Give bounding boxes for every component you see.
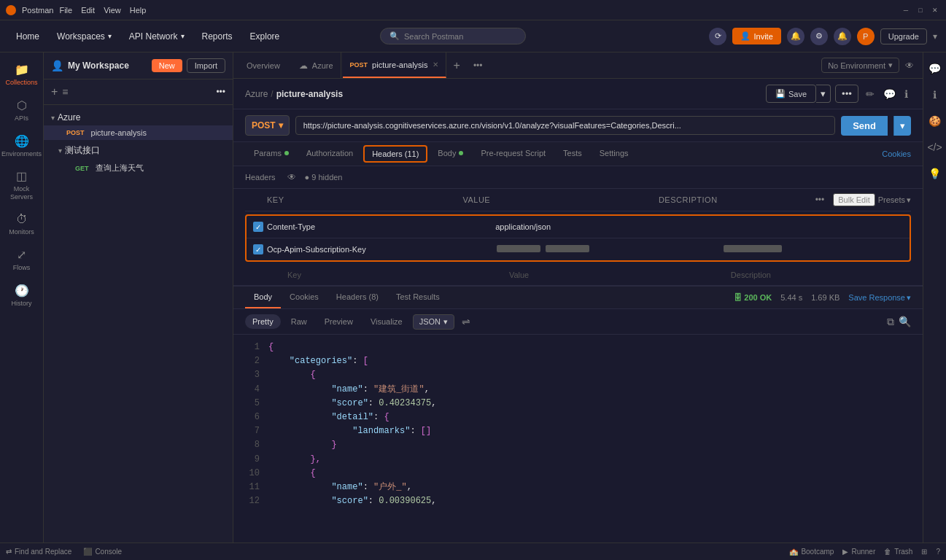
checkbox-content-type[interactable]: ✓ xyxy=(253,222,263,232)
save-button[interactable]: 💾 Save xyxy=(766,85,816,103)
nav-api-network[interactable]: API Network ▾ xyxy=(122,28,192,44)
menu-view[interactable]: View xyxy=(104,6,121,15)
header-value-content-type[interactable]: application/json xyxy=(495,222,724,231)
nav-reports[interactable]: Reports xyxy=(195,28,240,44)
breadcrumb-azure[interactable]: Azure xyxy=(245,89,268,99)
sidebar-item-mock-servers[interactable]: ◫ Mock Servers xyxy=(2,165,42,206)
checkbox-subscription-key[interactable]: ✓ xyxy=(253,244,263,254)
header-key-content-type[interactable]: Content-Type xyxy=(267,222,495,231)
right-cookie-icon[interactable]: 🍪 xyxy=(925,111,945,131)
cookies-link[interactable]: Cookies xyxy=(882,149,911,158)
info-icon[interactable]: ℹ xyxy=(902,85,911,103)
viewer-tab-visualize[interactable]: Visualize xyxy=(363,314,410,329)
api-network-chevron-icon: ▾ xyxy=(181,32,185,40)
req-tab-pre-request[interactable]: Pre-request Script xyxy=(472,143,554,165)
copy-icon[interactable]: ⧉ xyxy=(887,316,894,328)
viewer-tab-preview[interactable]: Preview xyxy=(317,314,360,329)
nav-home[interactable]: Home xyxy=(9,28,47,44)
resp-tab-test-results[interactable]: Test Results xyxy=(387,287,449,308)
trash-button[interactable]: 🗑 Trash xyxy=(884,548,912,556)
add-collection-icon[interactable]: + xyxy=(51,85,58,98)
tab-picture-analysis[interactable]: POST picture-analysis ✕ xyxy=(343,52,446,78)
add-tab-button[interactable]: + xyxy=(448,59,466,72)
minimize-button[interactable]: ─ xyxy=(901,5,911,15)
save-dropdown-button[interactable]: ▾ xyxy=(816,85,831,103)
sidebar-item-monitors[interactable]: ⏱ Monitors xyxy=(2,209,42,241)
more-options-button[interactable]: ••• xyxy=(835,85,858,103)
import-button[interactable]: Import xyxy=(187,58,225,73)
req-tab-tests[interactable]: Tests xyxy=(554,143,591,165)
header-key-subscription[interactable]: Ocp-Apim-Subscription-Key xyxy=(267,245,495,254)
right-info-icon[interactable]: ℹ xyxy=(925,85,945,105)
menu-edit[interactable]: Edit xyxy=(81,6,95,15)
new-button[interactable]: New xyxy=(152,59,182,72)
search-response-icon[interactable]: 🔍 xyxy=(899,316,911,328)
layout-icon[interactable]: ⊞ xyxy=(921,548,927,556)
nav-workspaces[interactable]: Workspaces ▾ xyxy=(50,28,119,44)
sidebar-item-flows[interactable]: ⤢ Flows xyxy=(2,244,42,276)
bulk-edit-button[interactable]: Bulk Edit xyxy=(833,193,875,206)
sub-group-test-header[interactable]: ▾ 测试接口 xyxy=(44,141,233,160)
resp-tab-cookies[interactable]: Cookies xyxy=(281,287,327,308)
resp-tab-body[interactable]: Body xyxy=(245,287,281,308)
req-tab-body[interactable]: Body xyxy=(429,143,472,165)
nav-explore[interactable]: Explore xyxy=(243,28,287,44)
find-replace-button[interactable]: ⇄ Find and Replace xyxy=(6,548,71,556)
menu-file[interactable]: File xyxy=(59,6,72,15)
sidebar-item-collections[interactable]: 📁 Collections xyxy=(2,58,42,91)
presets-button[interactable]: Presets ▾ xyxy=(878,195,911,205)
eye-icon[interactable]: 👁 xyxy=(899,61,920,71)
sidebar-item-environments[interactable]: 🌐 Environments xyxy=(2,130,42,163)
req-tab-settings[interactable]: Settings xyxy=(591,143,637,165)
comment-icon[interactable]: 💬 xyxy=(880,85,899,103)
send-button[interactable]: Send xyxy=(841,116,888,136)
more-options-icon[interactable]: ••• xyxy=(216,87,225,97)
req-tab-params[interactable]: Params xyxy=(245,143,298,165)
method-selector[interactable]: POST ▾ xyxy=(245,115,290,136)
req-tab-headers[interactable]: Headers (11) xyxy=(363,145,427,163)
settings-icon[interactable]: ⚙ xyxy=(810,28,828,45)
req-tab-auth[interactable]: Authorization xyxy=(298,143,362,165)
search-bar[interactable]: 🔍 Search Postman xyxy=(380,28,526,44)
hidden-headers-link[interactable]: ● 9 hidden xyxy=(305,173,343,182)
menu-help[interactable]: Help xyxy=(130,6,147,15)
bootcamp-button[interactable]: 🏫 Bootcamp xyxy=(789,548,834,556)
collection-azure-header[interactable]: ▾ Azure xyxy=(44,109,233,125)
empty-key-placeholder[interactable]: Key xyxy=(265,271,509,279)
url-input[interactable] xyxy=(295,116,836,135)
alert-icon[interactable]: 🔔 xyxy=(834,28,851,45)
right-code-icon[interactable]: </> xyxy=(925,137,945,158)
sort-icon[interactable]: ≡ xyxy=(62,86,68,98)
avatar[interactable]: P xyxy=(857,28,875,45)
right-bulb-icon[interactable]: 💡 xyxy=(925,163,945,184)
viewer-tab-raw[interactable]: Raw xyxy=(284,314,314,329)
sidebar-item-apis[interactable]: ⬡ APIs xyxy=(2,94,42,127)
format-selector[interactable]: JSON ▾ xyxy=(413,314,454,330)
runner-button[interactable]: ▶ Runner xyxy=(842,548,875,556)
maximize-button[interactable]: □ xyxy=(915,5,926,15)
empty-value-placeholder[interactable]: Value xyxy=(509,271,731,279)
close-button[interactable]: ✕ xyxy=(930,5,940,15)
right-comment-icon[interactable]: 💬 xyxy=(925,58,945,79)
environment-selector[interactable]: No Environment ▾ xyxy=(821,58,899,73)
edit-icon[interactable]: ✏ xyxy=(863,85,877,103)
viewer-tab-pretty[interactable]: Pretty xyxy=(245,314,281,329)
sync-icon[interactable]: ⟳ xyxy=(709,28,726,45)
save-response-button[interactable]: Save Response ▾ xyxy=(848,293,911,303)
send-dropdown-button[interactable]: ▾ xyxy=(893,116,911,136)
more-tabs-button[interactable]: ••• xyxy=(468,61,489,71)
collection-item-picture-analysis[interactable]: POST picture-analysis xyxy=(44,125,233,140)
notifications-icon[interactable]: 🔔 xyxy=(787,28,805,45)
upgrade-button[interactable]: Upgrade xyxy=(880,28,927,44)
header-value-subscription[interactable] xyxy=(495,245,724,254)
resp-tab-headers[interactable]: Headers (8) xyxy=(327,287,387,308)
help-icon[interactable]: ? xyxy=(936,548,940,556)
console-button[interactable]: ⬛ Console xyxy=(83,548,122,556)
sidebar-item-history[interactable]: 🕐 History xyxy=(2,279,42,312)
tab-overview[interactable]: Overview xyxy=(236,52,290,78)
collection-item-weather[interactable]: GET 查询上海天气 xyxy=(44,160,233,176)
invite-button[interactable]: 👤 Invite xyxy=(732,28,780,44)
wrap-icon[interactable]: ⇌ xyxy=(457,314,475,330)
tab-azure[interactable]: ☁ Azure xyxy=(292,52,341,78)
tab-close-icon[interactable]: ✕ xyxy=(433,61,438,69)
